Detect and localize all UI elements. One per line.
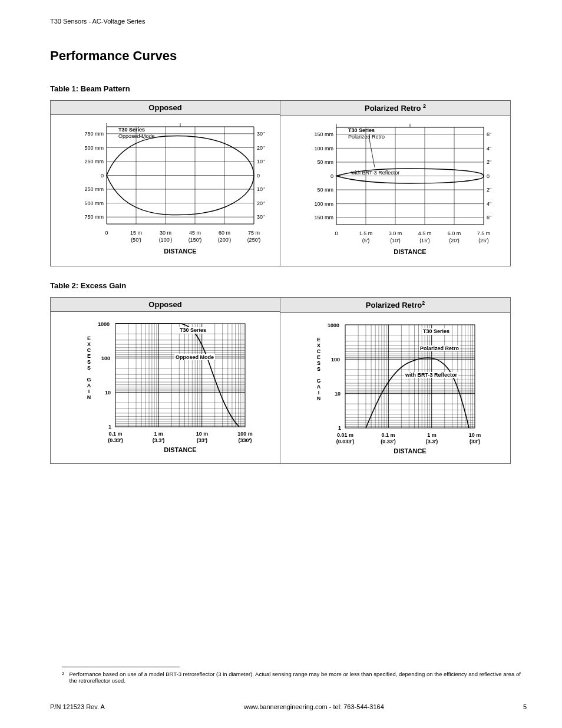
bo-yl-2: 250 mm bbox=[68, 159, 104, 164]
bo-xb-4: (200') bbox=[213, 237, 236, 243]
go-y-0: 1000 bbox=[98, 321, 110, 327]
bo-yr-1: 20" bbox=[257, 145, 280, 151]
br-xt-2: 3.0 m bbox=[384, 230, 407, 236]
br-yr-1: 4" bbox=[487, 146, 510, 151]
bo-yr-5: 20" bbox=[257, 200, 280, 206]
gain-opposed-header: Opposed bbox=[51, 298, 280, 312]
br-xt-0: 0 bbox=[325, 230, 348, 236]
bo-xt-4: 60 m bbox=[213, 230, 236, 236]
br-yr-0: 6" bbox=[487, 131, 510, 137]
bo-xb-3: (150') bbox=[183, 237, 207, 243]
gr-xt-3: 10 m bbox=[463, 432, 487, 438]
gr-ylabel: EXCESS GAIN bbox=[316, 337, 322, 401]
excess-gain-pair: Opposed bbox=[50, 297, 511, 463]
beam-retro-header-text: Polarized Retro bbox=[365, 104, 423, 113]
beam-retro-annot2: Polarized Retro bbox=[348, 134, 385, 140]
bo-yl-1: 500 mm bbox=[68, 145, 104, 151]
gain-retro-cell: Polarized Retro2 bbox=[280, 298, 510, 463]
br-xt-4: 6.0 m bbox=[442, 230, 466, 236]
footnote: 2 Performance based on use of a model BR… bbox=[62, 671, 527, 684]
beam-retro-header-sup: 2 bbox=[423, 103, 426, 109]
footnote-text: Performance based on use of a model BRT-… bbox=[69, 671, 527, 684]
gain-opposed-cell: Opposed bbox=[51, 298, 280, 463]
bo-xt-5: 75 m bbox=[242, 230, 266, 236]
br-yr-4: 2" bbox=[487, 187, 510, 193]
go-y-1: 100 bbox=[101, 355, 110, 361]
go-y-2: 10 bbox=[105, 390, 111, 396]
bo-xb-1: (50') bbox=[124, 237, 148, 243]
br-yl-3: 0 bbox=[298, 173, 333, 179]
bo-yr-4: 10" bbox=[257, 186, 280, 192]
gr-xb-1: (0.33') bbox=[376, 439, 400, 444]
bo-xt-1: 15 m bbox=[124, 230, 148, 236]
go-xt-1: 1 m bbox=[147, 431, 170, 437]
gain-retro-annot3: with BRT-3 Reflector bbox=[404, 372, 458, 378]
beam-opposed-annot1: T30 Series bbox=[118, 127, 155, 133]
br-yr-3: 0 bbox=[487, 173, 510, 179]
bo-xlabel: DISTANCE bbox=[151, 248, 210, 255]
gr-xb-2: (3.3') bbox=[420, 439, 444, 444]
gr-xb-3: (33') bbox=[463, 439, 487, 444]
table2-title: Table 2: Excess Gain bbox=[50, 281, 527, 290]
svg-line-35 bbox=[369, 136, 375, 167]
go-ylabel: EXCESS GAIN bbox=[86, 335, 92, 400]
br-xb-1: (5') bbox=[354, 238, 378, 243]
bo-xt-0: 0 bbox=[95, 230, 118, 236]
bo-yl-6: 750 mm bbox=[68, 214, 104, 220]
br-yl-4: 50 mm bbox=[298, 187, 333, 193]
br-yl-2: 50 mm bbox=[298, 159, 333, 165]
gain-retro-annot1: T30 Series bbox=[422, 328, 451, 335]
go-xb-1: (3.3') bbox=[147, 437, 170, 443]
bo-xb-5: (250') bbox=[242, 237, 266, 243]
bo-yr-0: 30" bbox=[257, 131, 280, 137]
gr-xb-0: (0.033') bbox=[333, 439, 357, 444]
footnote-number: 2 bbox=[62, 671, 64, 684]
footer-right: 5 bbox=[523, 703, 527, 710]
footer-left: P/N 121523 Rev. A bbox=[50, 703, 105, 710]
beam-retro-annot: T30 Series Polarized Retro bbox=[348, 127, 385, 140]
gr-y-0: 1000 bbox=[328, 322, 339, 328]
br-yl-0: 150 mm bbox=[298, 131, 333, 137]
bo-yr-2: 10" bbox=[257, 159, 280, 164]
br-xb-5: (25') bbox=[472, 238, 495, 243]
footer-center: www.bannerengineering.com - tel: 763-544… bbox=[244, 703, 384, 710]
beam-pattern-pair: Opposed bbox=[50, 100, 511, 266]
br-yl-6: 150 mm bbox=[298, 215, 333, 220]
bo-xt-3: 45 m bbox=[183, 230, 207, 236]
bo-yl-3: 0 bbox=[68, 173, 104, 179]
beam-opposed-cell: Opposed bbox=[51, 101, 280, 266]
br-yr-6: 6" bbox=[487, 215, 510, 220]
gr-y-3: 1 bbox=[338, 425, 341, 431]
gain-opposed-annot2: Opposed Mode bbox=[174, 354, 215, 360]
bo-yl-0: 750 mm bbox=[68, 131, 104, 137]
svg-rect-36 bbox=[115, 324, 245, 427]
gain-retro-header: Polarized Retro2 bbox=[280, 298, 510, 312]
go-xt-0: 0.1 m bbox=[104, 431, 127, 437]
beam-opposed-header: Opposed bbox=[51, 101, 280, 115]
br-xt-3: 4.5 m bbox=[413, 230, 437, 236]
beam-retro-header: Polarized Retro 2 bbox=[280, 101, 510, 116]
gr-xt-2: 1 m bbox=[420, 432, 444, 438]
br-yl-1: 100 mm bbox=[298, 146, 333, 151]
br-yr-5: 4" bbox=[487, 201, 510, 207]
go-xlabel: DISTANCE bbox=[151, 446, 210, 453]
beam-opposed-annot: T30 Series Opposed Mode bbox=[118, 127, 155, 140]
bo-xb-2: (100') bbox=[154, 237, 177, 243]
gain-retro-header-text: Polarized Retro bbox=[366, 301, 422, 310]
br-xt-5: 7.5 m bbox=[472, 230, 495, 236]
beam-retro-annot1: T30 Series bbox=[348, 127, 385, 134]
beam-opposed-annot2: Opposed Mode bbox=[118, 133, 155, 140]
bo-yr-3: 0 bbox=[257, 173, 280, 179]
br-xt-1: 1.5 m bbox=[354, 230, 378, 236]
bo-yr-6: 30" bbox=[257, 214, 280, 220]
beam-retro-annot3: with BRT-3 Reflector bbox=[351, 170, 399, 176]
gr-xt-0: 0.01 m bbox=[333, 432, 357, 438]
go-xb-2: (33') bbox=[190, 437, 214, 443]
br-xb-4: (20') bbox=[442, 238, 466, 243]
table1-title: Table 1: Beam Pattern bbox=[50, 84, 527, 93]
bo-yl-5: 500 mm bbox=[68, 200, 104, 206]
beam-retro-cell: Polarized Retro 2 bbox=[280, 101, 510, 266]
br-xb-2: (10') bbox=[384, 238, 407, 243]
page-title: Performance Curves bbox=[50, 48, 527, 64]
go-xt-3: 100 m bbox=[233, 431, 257, 437]
